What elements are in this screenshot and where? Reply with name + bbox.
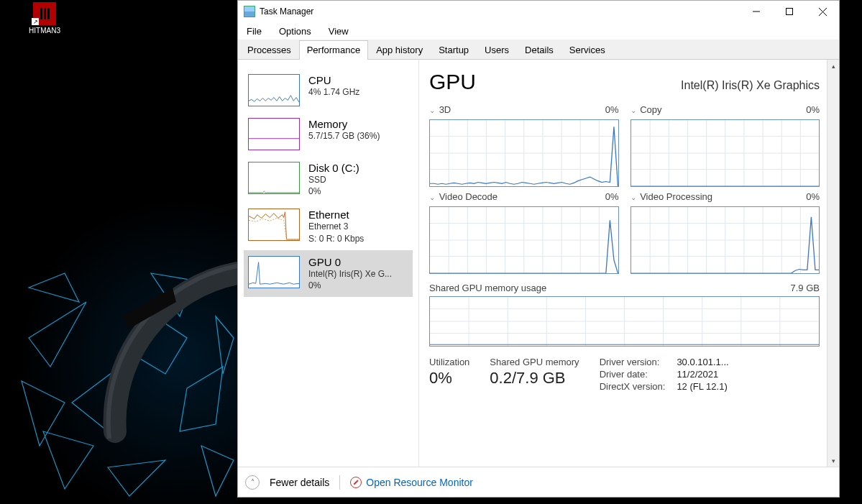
disk-thumb (248, 162, 300, 194)
directx-k: DirectX version: (600, 381, 666, 392)
chevron-down-icon: ⌄ (429, 106, 435, 114)
scroll-down-icon[interactable]: ▾ (827, 454, 840, 467)
footer: ˄ Fewer details Open Resource Monitor (238, 467, 839, 497)
sidebar-item-disk[interactable]: Disk 0 (C:) SSD 0% (244, 156, 413, 203)
chart-proc-label[interactable]: ⌄ Video Processing (631, 191, 713, 202)
menubar: File Options View (238, 22, 839, 40)
chart-decode-label[interactable]: ⌄ Video Decode (429, 191, 498, 202)
gpu-sub2: 0% (308, 280, 392, 291)
chart-3d-pct: 0% (605, 104, 619, 115)
chevron-down-icon: ⌄ (631, 106, 636, 114)
tab-startup[interactable]: Startup (431, 40, 477, 60)
chevron-down-icon: ⌄ (429, 193, 435, 201)
driver-version-k: Driver version: (600, 357, 666, 367)
cpu-thumb (248, 74, 300, 106)
memory-title: Memory (308, 118, 380, 130)
titlebar[interactable]: Task Manager (238, 1, 839, 22)
shared-value: 0.2/7.9 GB (490, 369, 579, 388)
cpu-sub: 4% 1.74 GHz (308, 86, 359, 98)
gpu-thumb (248, 256, 300, 288)
tab-processes[interactable]: Processes (239, 40, 299, 60)
tabbar: Processes Performance App history Startu… (238, 40, 839, 60)
minimize-button[interactable] (740, 1, 773, 22)
shared-mem-max: 7.9 GB (791, 283, 820, 293)
sidebar-item-ethernet[interactable]: Ethernet Ethernet 3 S: 0 R: 0 Kbps (244, 203, 413, 249)
sidebar-item-memory[interactable]: Memory 5.7/15.7 GB (36%) (244, 112, 413, 156)
ethernet-sub2: S: 0 R: 0 Kbps (308, 233, 364, 244)
disk-title: Disk 0 (C:) (308, 162, 359, 174)
ethernet-sub1: Ethernet 3 (308, 221, 364, 232)
disk-sub2: 0% (308, 185, 359, 197)
cpu-title: CPU (308, 74, 359, 86)
directx-v: 12 (FL 12.1) (677, 381, 728, 392)
desktop[interactable]: ↗ HITMAN3 Task Manager File Options View… (0, 0, 862, 504)
window-title: Task Manager (260, 6, 313, 17)
chart-video-processing[interactable] (631, 206, 820, 274)
separator (339, 475, 340, 490)
fewer-details-link[interactable]: Fewer details (270, 477, 329, 488)
gpu-title-sidebar: GPU 0 (308, 256, 392, 268)
driver-date-v: 11/2/2021 (677, 369, 728, 380)
tab-services[interactable]: Services (561, 40, 613, 60)
disk-sub1: SSD (308, 174, 359, 185)
resource-monitor-icon (350, 477, 362, 488)
tab-performance[interactable]: Performance (299, 40, 368, 60)
util-label: Utilization (429, 357, 469, 367)
ethernet-thumb (248, 209, 300, 241)
memory-thumb (248, 118, 300, 150)
chart-proc-pct: 0% (806, 191, 820, 202)
vertical-scrollbar[interactable]: ▴ ▾ (827, 60, 839, 467)
chart-copy-pct: 0% (806, 104, 820, 115)
chart-copy-label[interactable]: ⌄ Copy (631, 104, 662, 115)
shared-mem-label: Shared GPU memory usage (429, 283, 546, 293)
desktop-icon-label: HITMAN3 (27, 27, 62, 35)
chart-decode-pct: 0% (605, 191, 619, 202)
menu-view[interactable]: View (326, 24, 352, 38)
util-value: 0% (429, 369, 469, 388)
chart-video-decode[interactable] (429, 206, 619, 274)
collapse-button[interactable]: ˄ (245, 475, 260, 490)
chart-3d[interactable] (429, 119, 619, 187)
gpu-sub1: Intel(R) Iris(R) Xe G... (308, 268, 392, 280)
task-manager-icon (244, 6, 255, 17)
open-resource-monitor-link[interactable]: Open Resource Monitor (350, 477, 473, 488)
memory-sub: 5.7/15.7 GB (36%) (308, 130, 380, 142)
scroll-up-icon[interactable]: ▴ (827, 60, 840, 72)
menu-options[interactable]: Options (276, 24, 314, 38)
gpu-name: Intel(R) Iris(R) Xe Graphics (681, 79, 820, 92)
chevron-up-icon: ˄ (251, 478, 255, 486)
sidebar-item-gpu[interactable]: GPU 0 Intel(R) Iris(R) Xe G... 0% (244, 250, 413, 297)
maximize-button[interactable] (773, 1, 806, 22)
shortcut-arrow-icon: ↗ (32, 18, 39, 25)
svg-rect-1 (787, 9, 793, 15)
menu-file[interactable]: File (244, 24, 265, 38)
chart-shared-mem[interactable] (429, 296, 820, 347)
tab-details[interactable]: Details (517, 40, 561, 60)
sidebar-item-cpu[interactable]: CPU 4% 1.74 GHz (244, 68, 413, 112)
task-manager-window: Task Manager File Options View Processes… (237, 0, 840, 498)
tab-users[interactable]: Users (477, 40, 517, 60)
desktop-shortcut-hitman3[interactable]: ↗ HITMAN3 (27, 2, 62, 35)
desktop-wallpaper (0, 0, 237, 504)
ethernet-title: Ethernet (308, 209, 364, 221)
performance-sidebar: CPU 4% 1.74 GHz Memory 5.7/15.7 GB (36%) (238, 60, 419, 467)
driver-version-v: 30.0.101.1... (677, 357, 728, 367)
tab-app-history[interactable]: App history (368, 40, 431, 60)
gpu-main-panel: GPU Intel(R) Iris(R) Xe Graphics ⌄ 3D 0%… (419, 60, 839, 467)
chart-copy[interactable] (631, 119, 820, 187)
chart-3d-label[interactable]: ⌄ 3D (429, 104, 451, 115)
close-button[interactable] (806, 1, 839, 22)
shared-label: Shared GPU memory (490, 357, 579, 367)
driver-date-k: Driver date: (600, 369, 666, 380)
gpu-heading: GPU (429, 70, 476, 94)
chevron-down-icon: ⌄ (631, 193, 636, 201)
